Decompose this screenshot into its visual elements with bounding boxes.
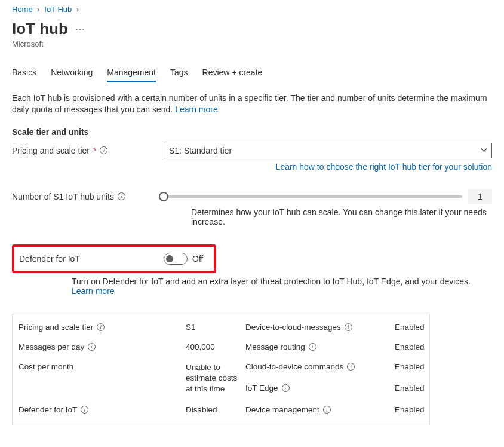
defender-label: Defender for IoT: [19, 254, 80, 264]
units-slider[interactable]: [164, 195, 462, 198]
required-asterisk: *: [93, 146, 96, 155]
defender-learn-more-link[interactable]: Learn more: [72, 286, 115, 296]
defender-highlight: Defender for IoT Off: [12, 244, 216, 273]
units-value: 1: [468, 189, 492, 204]
page-title: IoT hub: [12, 20, 68, 38]
intro-text: Each IoT hub is provisioned with a certa…: [12, 93, 492, 115]
summary-mgmt-value: Enabled: [395, 405, 425, 414]
info-icon[interactable]: i: [282, 384, 290, 392]
info-icon[interactable]: i: [88, 343, 96, 351]
summary-messages-value: 400,000: [186, 342, 245, 351]
summary-pricing-value: S1: [186, 323, 245, 332]
defender-description: Turn on Defender for IoT and add an extr…: [12, 277, 492, 296]
breadcrumb: Home › IoT Hub ›: [12, 5, 492, 14]
units-help-text: Determines how your IoT hub can scale. Y…: [164, 207, 492, 226]
page-subtitle: Microsoft: [12, 39, 492, 48]
chevron-right-icon: ›: [76, 5, 79, 14]
summary-pricing-label: Pricing and scale tier: [19, 323, 93, 332]
tab-tags[interactable]: Tags: [170, 64, 188, 82]
more-actions-button[interactable]: ⋯: [75, 23, 85, 35]
pricing-tier-label: Pricing and scale tier: [12, 146, 90, 155]
info-icon[interactable]: i: [100, 146, 107, 154]
intro-learn-more-link[interactable]: Learn more: [175, 105, 218, 114]
info-icon[interactable]: i: [118, 192, 125, 200]
summary-c2d-value: Enabled: [395, 362, 425, 371]
defender-toggle-state: Off: [192, 254, 203, 264]
summary-mgmt-label: Device management: [245, 405, 319, 414]
pricing-tier-select[interactable]: S1: Standard tier: [164, 143, 492, 158]
summary-edge-value: Enabled: [395, 384, 425, 393]
advanced-settings-toggle[interactable]: Advanced settings: [12, 439, 492, 447]
tab-management[interactable]: Management: [107, 64, 156, 82]
info-icon[interactable]: i: [347, 363, 355, 371]
breadcrumb-home[interactable]: Home: [12, 5, 33, 14]
defender-toggle[interactable]: [164, 253, 188, 265]
chevron-right-icon: ›: [37, 5, 39, 14]
pricing-tier-help-link[interactable]: Learn how to choose the right IoT hub ti…: [276, 162, 492, 172]
summary-c2d-label: Cloud-to-device commands: [245, 362, 343, 371]
pricing-tier-value: S1: Standard tier: [169, 146, 232, 155]
summary-d2c-value: Enabled: [395, 323, 425, 332]
info-icon[interactable]: i: [309, 343, 316, 351]
intro-body: Each IoT hub is provisioned with a certa…: [12, 93, 487, 114]
info-icon[interactable]: i: [81, 406, 88, 414]
summary-edge-label: IoT Edge: [245, 384, 278, 393]
slider-thumb[interactable]: [159, 192, 168, 201]
tab-networking[interactable]: Networking: [51, 64, 93, 82]
tab-review-create[interactable]: Review + create: [202, 64, 263, 82]
breadcrumb-iothub[interactable]: IoT Hub: [44, 5, 72, 14]
summary-defender-label: Defender for IoT: [19, 405, 77, 414]
tab-basics[interactable]: Basics: [12, 64, 36, 82]
summary-defender-value: Disabled: [186, 405, 245, 414]
summary-cost-label: Cost per month: [19, 362, 73, 371]
units-label: Number of S1 IoT hub units: [12, 192, 114, 201]
chevron-down-icon: [481, 147, 487, 154]
summary-cost-value: Unable to estimate costs at this time: [186, 362, 245, 395]
units-row: Number of S1 IoT hub units i 1: [12, 189, 492, 204]
toggle-knob: [166, 255, 173, 262]
summary-messages-label: Messages per day: [19, 342, 84, 351]
summary-routing-value: Enabled: [395, 342, 425, 351]
info-icon[interactable]: i: [97, 323, 105, 331]
summary-d2c-label: Device-to-cloud-messages: [245, 323, 341, 332]
summary-box: Pricing and scale tieri S1 Device-to-clo…: [12, 314, 430, 426]
info-icon[interactable]: i: [323, 406, 331, 414]
info-icon[interactable]: i: [345, 323, 352, 331]
tab-bar: Basics Networking Management Tags Review…: [12, 64, 492, 83]
pricing-tier-row: Pricing and scale tier * i S1: Standard …: [12, 143, 492, 158]
scale-heading: Scale tier and units: [12, 127, 492, 137]
summary-routing-label: Message routing: [245, 342, 305, 351]
